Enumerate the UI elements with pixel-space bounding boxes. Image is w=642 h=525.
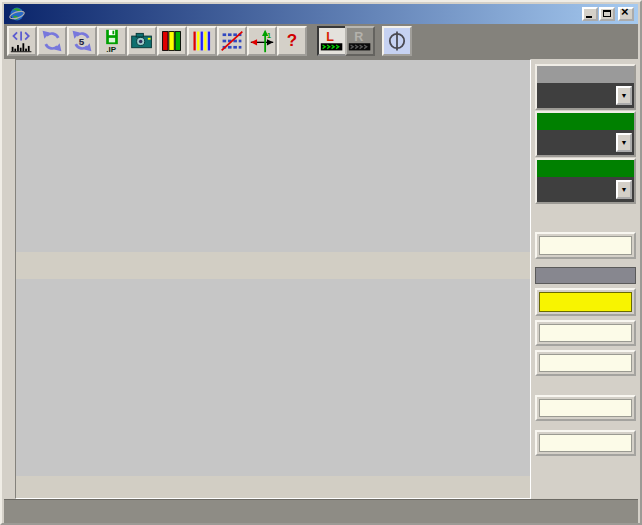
axis-marker-button[interactable]: 1 xyxy=(247,26,277,56)
refresh-5-button[interactable]: 5 xyxy=(67,26,97,56)
est-shift-dropdown-button[interactable]: ▼ xyxy=(616,180,632,199)
save-ip-button[interactable]: .IP xyxy=(97,26,127,56)
m0-label xyxy=(539,354,632,372)
reset-correlation-label xyxy=(539,399,632,417)
svg-text:L: L xyxy=(326,30,334,44)
m1-button[interactable] xyxy=(535,320,636,346)
chevron-down-icon: ▼ xyxy=(618,182,630,197)
camera-icon xyxy=(129,28,155,54)
est-center-field: ▼ xyxy=(535,111,636,157)
phase-icon xyxy=(384,28,410,54)
reset-correlation-button[interactable] xyxy=(535,395,636,421)
svg-text:R: R xyxy=(354,30,363,44)
baudrate-dropdown-button[interactable]: ▼ xyxy=(616,86,632,105)
refresh-button[interactable] xyxy=(37,26,67,56)
maximize-button[interactable] xyxy=(599,7,615,21)
minimize-icon xyxy=(586,16,592,18)
grid-disable-icon xyxy=(219,28,245,54)
axis-marker-icon: 1 xyxy=(249,28,275,54)
color-bars-icon xyxy=(159,28,185,54)
baudrate-display: ▼ xyxy=(537,83,634,108)
save-ip-icon: .IP xyxy=(99,28,125,54)
clipped-axis-labels xyxy=(16,271,530,279)
details-label xyxy=(539,434,632,452)
correlation-header xyxy=(535,267,636,284)
est-bit-button[interactable] xyxy=(535,232,636,259)
est-shift-display: ▼ xyxy=(537,177,634,202)
color-bars-button[interactable] xyxy=(157,26,187,56)
xor-label xyxy=(539,292,632,312)
est-bit-label xyxy=(539,236,632,255)
baudrate-label xyxy=(537,66,634,83)
est-center-label xyxy=(537,113,634,130)
control-panel: ▼ ▼ ▼ xyxy=(531,59,642,499)
charts-panel xyxy=(15,59,531,499)
chevron-down-icon: ▼ xyxy=(618,135,630,150)
svg-text:1: 1 xyxy=(267,32,271,40)
client-area: ▼ ▼ ▼ xyxy=(4,59,642,499)
help-button[interactable]: ? xyxy=(277,26,307,56)
baudrate-field: ▼ xyxy=(535,64,636,110)
svg-text:.IP: .IP xyxy=(106,45,116,54)
close-icon: × xyxy=(621,5,629,19)
est-shift-label xyxy=(537,160,634,177)
snapshot-button[interactable] xyxy=(127,26,157,56)
globe-app-icon xyxy=(9,6,25,22)
details-button[interactable] xyxy=(535,430,636,456)
thin-color-bars-icon xyxy=(189,28,215,54)
left-channel-icon: L xyxy=(319,28,345,54)
svg-text:5: 5 xyxy=(79,36,85,47)
bottom-axis-labels xyxy=(16,476,530,498)
grid-disable-button[interactable] xyxy=(217,26,247,56)
est-shift-field: ▼ xyxy=(535,158,636,204)
decoder-window: × 5 .IP xyxy=(0,0,642,525)
chevron-down-icon: ▼ xyxy=(618,88,630,103)
status-bar xyxy=(4,499,638,523)
refresh-5-icon: 5 xyxy=(69,28,95,54)
spectrum-reset-icon xyxy=(9,28,35,54)
thin-color-bars-button[interactable] xyxy=(187,26,217,56)
spectrum-reset-button[interactable] xyxy=(7,26,37,56)
m0-button[interactable] xyxy=(535,350,636,376)
right-channel-icon: R xyxy=(347,28,373,54)
m1-label xyxy=(539,324,632,342)
refresh-icon xyxy=(39,28,65,54)
maximize-icon xyxy=(603,10,611,17)
xor-button[interactable] xyxy=(535,288,636,316)
bit-correlation-plot xyxy=(16,60,530,252)
xor-correlation-plot xyxy=(16,279,530,476)
close-button[interactable]: × xyxy=(618,7,634,21)
toolbar: 5 .IP xyxy=(4,24,638,59)
top-axis-labels xyxy=(16,252,530,279)
left-channel-button[interactable]: L xyxy=(317,26,347,56)
help-icon: ? xyxy=(279,28,305,54)
est-center-dropdown-button[interactable]: ▼ xyxy=(616,133,632,152)
right-channel-button[interactable]: R xyxy=(345,26,375,56)
phase-button[interactable] xyxy=(382,26,412,56)
est-center-display: ▼ xyxy=(537,130,634,155)
titlebar[interactable]: × xyxy=(4,4,638,24)
minimize-button[interactable] xyxy=(582,7,598,21)
